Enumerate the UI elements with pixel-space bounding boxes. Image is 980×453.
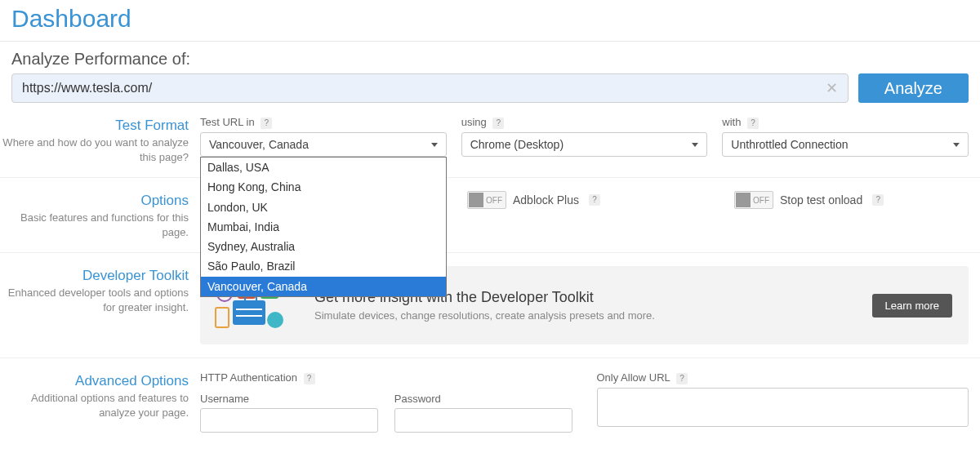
help-icon[interactable]: ?	[872, 194, 884, 206]
analyze-label: Analyze Performance of:	[11, 50, 969, 69]
location-option[interactable]: São Paulo, Brazil	[201, 256, 446, 276]
test-format-sub: Where and how do you want to analyze thi…	[0, 135, 189, 164]
stop-onload-toggle[interactable]: OFF	[734, 191, 773, 209]
help-icon[interactable]: ?	[589, 194, 600, 206]
help-icon[interactable]: ?	[492, 118, 504, 129]
browser-label: using ?	[461, 116, 708, 129]
help-icon[interactable]: ?	[747, 118, 759, 129]
adblock-toggle[interactable]: OFF	[467, 191, 506, 209]
only-allow-label: Only Allow URL ?	[597, 371, 969, 384]
learn-more-button[interactable]: Learn more	[872, 294, 952, 318]
location-option[interactable]: Hong Kong, China	[201, 177, 446, 197]
location-option[interactable]: Mumbai, India	[201, 217, 446, 237]
dev-heading: Developer Toolkit	[0, 268, 189, 284]
help-icon[interactable]: ?	[304, 373, 315, 384]
url-input-wrapper: ✕	[11, 73, 849, 103]
http-auth-label: HTTP Authentication ?	[200, 371, 572, 384]
page-title: Dashboard	[0, 0, 980, 42]
help-icon[interactable]: ?	[676, 373, 688, 384]
clear-url-icon[interactable]: ✕	[816, 79, 848, 97]
location-select[interactable]: Vancouver, Canada	[200, 132, 447, 157]
dev-sub: Enhanced developer tools and options for…	[0, 286, 189, 314]
location-label: Test URL in ?	[200, 116, 447, 129]
adblock-label: Adblock Plus	[513, 193, 579, 207]
location-option[interactable]: Dallas, USA	[201, 158, 446, 177]
analyze-button[interactable]: Analyze	[858, 73, 969, 103]
test-format-heading: Test Format	[0, 118, 189, 134]
url-input[interactable]	[12, 74, 816, 102]
location-option[interactable]: Sydney, Australia	[201, 237, 446, 256]
help-icon[interactable]: ?	[261, 118, 272, 129]
stop-onload-label: Stop test onload	[780, 193, 862, 207]
dev-banner-sub: Simulate devices, change resolutions, cr…	[314, 309, 853, 322]
location-dropdown: Dallas, USA Hong Kong, China London, UK …	[200, 157, 447, 297]
only-allow-url-input[interactable]	[597, 388, 969, 427]
options-heading: Options	[0, 193, 189, 209]
location-option-selected[interactable]: Vancouver, Canada	[201, 277, 446, 296]
location-option[interactable]: London, UK	[201, 198, 446, 217]
password-label: Password	[394, 393, 572, 405]
options-sub: Basic features and functions for this pa…	[0, 211, 189, 239]
browser-select[interactable]: Chrome (Desktop)	[461, 132, 708, 157]
password-input[interactable]	[394, 408, 572, 433]
advanced-sub: Additional options and features to analy…	[0, 391, 189, 420]
username-input[interactable]	[200, 408, 378, 433]
connection-label: with ?	[722, 116, 969, 129]
advanced-heading: Advanced Options	[0, 373, 189, 389]
connection-select[interactable]: Unthrottled Connection	[722, 132, 969, 157]
username-label: Username	[200, 393, 378, 405]
